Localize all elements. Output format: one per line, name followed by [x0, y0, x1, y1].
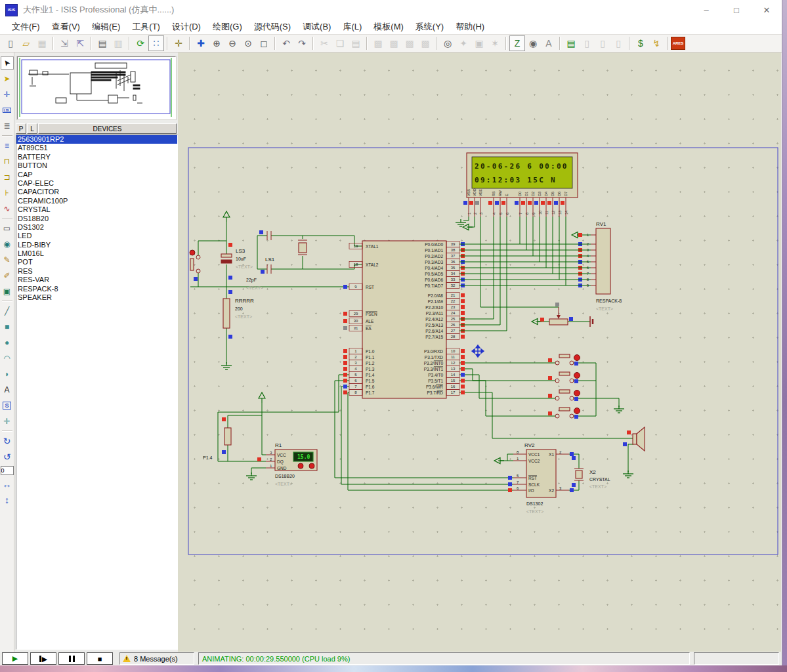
device-item[interactable]: BATTERY — [16, 153, 177, 161]
pullup-resistor[interactable] — [224, 428, 231, 445]
overview-minimap[interactable] — [17, 56, 176, 119]
device-item[interactable]: LED — [16, 232, 177, 240]
graph-mode-icon[interactable]: ∿ — [1, 202, 14, 215]
button-actuator-icon[interactable] — [574, 355, 580, 361]
button-actuator-icon[interactable] — [574, 408, 580, 414]
menu-item[interactable]: 编辑(E) — [92, 21, 120, 33]
rtc-ds1302[interactable]: RV2 DS1302 <TEXT> 8VCC11VCC25RST7SCLK6I/… — [508, 442, 574, 514]
new-file-icon[interactable]: ▯ — [3, 35, 18, 51]
push-button[interactable] — [548, 390, 580, 401]
pick-device-icon[interactable]: ◎ — [440, 35, 456, 51]
push-button[interactable] — [548, 372, 580, 383]
subcircuit-icon[interactable]: ⊓ — [1, 155, 14, 168]
capacitor-ls1[interactable]: LS1 22pF <TEXT> — [246, 231, 275, 290]
terminals-mode-icon[interactable]: ⊐ — [1, 171, 14, 184]
menu-item[interactable]: 调试(B) — [303, 21, 331, 33]
device-item[interactable]: DS18B20 — [16, 215, 177, 223]
device-item[interactable]: BUTTON — [16, 161, 177, 170]
buses-icon[interactable]: ≡ — [1, 139, 14, 152]
close-button[interactable]: ✕ — [752, 0, 782, 20]
crystal[interactable] — [298, 240, 307, 255]
resistor-rrrrr[interactable]: RRRRR 200 <TEXT> — [223, 298, 254, 328]
tape-recorder-icon[interactable]: ▭ — [1, 222, 14, 235]
voltage-probe-icon[interactable]: ✎ — [1, 253, 14, 266]
circle-2d-icon[interactable]: ● — [1, 336, 14, 349]
mirror-h-icon[interactable]: ↔ — [1, 478, 14, 491]
zoom-area-icon[interactable]: ◻ — [256, 35, 272, 51]
device-item[interactable]: CAP — [16, 171, 177, 179]
device-item[interactable]: CERAMIC100P — [16, 197, 177, 205]
temp-down-button[interactable] — [309, 463, 314, 469]
import-section-icon[interactable]: ⇲ — [56, 35, 72, 51]
rotate-block-icon[interactable]: ▩ — [402, 35, 417, 51]
packaging-tool-icon[interactable]: ▣ — [471, 35, 487, 51]
device-item[interactable]: CRYSTAL — [16, 205, 177, 214]
bill-of-materials-icon[interactable]: $ — [633, 35, 649, 51]
paste-icon[interactable]: ▤ — [348, 35, 364, 51]
export-section-icon[interactable]: ⇱ — [72, 35, 88, 51]
capacitor-ls3[interactable]: LS3 10uF <TEXT> — [221, 248, 253, 269]
design-explorer-icon[interactable]: ▤ — [563, 35, 579, 51]
menu-item[interactable]: 库(L) — [343, 21, 362, 33]
step-button[interactable]: ▶ — [30, 652, 56, 665]
sensor-ds18b20[interactable]: 15.0 R1 DS18B20 <TEXT> 3VCC2DQ1GND — [266, 442, 317, 486]
device-item[interactable]: POT — [16, 258, 177, 266]
origin-icon[interactable]: ✛ — [171, 35, 186, 51]
pick-devices-button[interactable]: P — [16, 123, 26, 134]
print-icon[interactable]: ▤ — [95, 35, 110, 51]
text-script-icon[interactable]: ≣ — [1, 119, 14, 133]
copy-icon[interactable]: ❏ — [332, 35, 348, 51]
lcd-lm016l[interactable]: 20-06-26 6 00:00 09:12:03 15C N VSS1VDD2… — [463, 153, 578, 217]
markers-2d-icon[interactable]: ✛ — [1, 415, 14, 428]
menu-item[interactable]: 帮助(H) — [456, 21, 484, 33]
zoom-all-icon[interactable]: ⊙ — [240, 35, 256, 51]
device-item[interactable]: 25630901RP2 — [16, 135, 177, 144]
device-item[interactable]: LM016L — [16, 249, 177, 258]
virtual-instruments-icon[interactable]: ▣ — [1, 285, 14, 298]
delete-block-icon[interactable]: ▩ — [417, 35, 433, 51]
zoom-in-icon[interactable]: ⊕ — [209, 35, 224, 51]
toggle-grid-icon[interactable]: ∷ — [148, 35, 164, 51]
device-item[interactable]: DS1302 — [16, 223, 177, 232]
electrical-rules-icon[interactable]: ↯ — [649, 35, 664, 51]
redo-icon[interactable]: ↷ — [294, 35, 310, 51]
undo-icon[interactable]: ↶ — [278, 35, 294, 51]
menu-item[interactable]: 绘图(G) — [213, 21, 242, 33]
device-item[interactable]: LED-BIBY — [16, 241, 177, 249]
netlist-to-ares-icon[interactable]: ARES — [671, 37, 685, 50]
save-file-icon[interactable]: ▦ — [34, 35, 50, 51]
menu-item[interactable]: 源代码(S) — [254, 21, 291, 33]
component-mode-icon[interactable]: ➤ — [1, 72, 14, 85]
menu-item[interactable]: 模板(M) — [373, 21, 404, 33]
maximize-button[interactable]: □ — [721, 0, 752, 20]
device-item[interactable]: AT89C51 — [16, 144, 177, 152]
generator-mode-icon[interactable]: ◉ — [1, 238, 14, 251]
play-button[interactable]: ▶ — [2, 652, 28, 665]
minimize-button[interactable]: – — [691, 0, 721, 20]
button-actuator-icon[interactable] — [190, 250, 195, 255]
stop-button[interactable]: ■ — [87, 652, 113, 665]
open-file-icon[interactable]: ▱ — [18, 35, 34, 51]
push-button[interactable] — [548, 354, 580, 366]
button-actuator-icon[interactable] — [574, 373, 580, 379]
goto-sheet-icon[interactable]: ▯ — [610, 35, 626, 51]
menu-item[interactable]: 系统(Y) — [415, 21, 444, 33]
symbol-2d-icon[interactable]: S — [1, 399, 14, 412]
zoom-out-icon[interactable]: ⊖ — [224, 35, 240, 51]
wire-autorouter-icon[interactable]: Z — [509, 35, 525, 51]
button-actuator-icon[interactable] — [574, 390, 580, 396]
menu-item[interactable]: 设计(D) — [172, 21, 201, 33]
current-probe-icon[interactable]: ✐ — [1, 269, 14, 282]
selection-pointer-icon[interactable]: ➤ — [1, 56, 14, 70]
decompose-icon[interactable]: ✶ — [487, 35, 503, 51]
rotate-cw-icon[interactable]: ↻ — [1, 434, 14, 448]
refresh-icon[interactable]: ⟳ — [133, 35, 148, 51]
device-item[interactable]: RESPACK-8 — [16, 285, 177, 293]
new-sheet-icon[interactable]: ▯ — [579, 35, 595, 51]
temp-up-button[interactable] — [298, 463, 303, 469]
angle-input[interactable] — [1, 466, 14, 475]
menu-item[interactable]: 文件(F) — [12, 21, 40, 33]
schematic-canvas[interactable]: LS3 10uF <TEXT> LS1 22pF <TEXT> — [178, 52, 781, 652]
speaker[interactable] — [633, 427, 645, 451]
cut-icon[interactable]: ✂ — [316, 35, 332, 51]
